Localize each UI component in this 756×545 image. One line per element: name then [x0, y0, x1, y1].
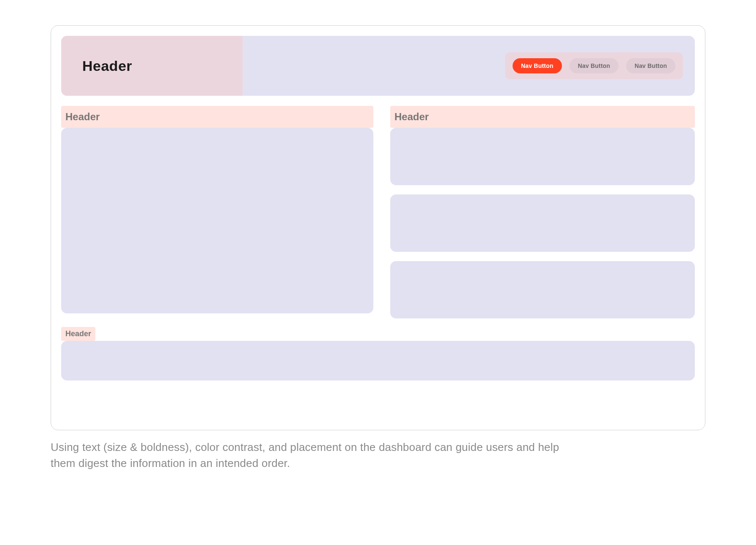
bottom-content-placeholder [61, 341, 695, 380]
left-column: Header [61, 106, 373, 318]
left-content-placeholder [61, 128, 373, 313]
bottom-section-header: Header [61, 327, 95, 341]
content-columns: Header Header [61, 106, 695, 318]
right-card-1 [390, 128, 695, 185]
main-header: Header [82, 58, 132, 74]
left-section-header: Header [61, 106, 373, 128]
right-card-stack [390, 128, 695, 318]
nav-button-1[interactable]: Nav Button [513, 58, 562, 73]
nav-button-group: Nav Button Nav Button Nav Button [505, 52, 683, 79]
right-section-header: Header [390, 106, 695, 128]
nav-button-2[interactable]: Nav Button [570, 58, 619, 73]
topbar-brand-area: Header [61, 36, 243, 96]
right-card-2 [390, 194, 695, 252]
topbar: Header Nav Button Nav Button Nav Button [61, 36, 695, 96]
topbar-nav-area: Nav Button Nav Button Nav Button [243, 52, 695, 79]
figure-caption: Using text (size & boldness), color cont… [51, 440, 565, 471]
right-card-3 [390, 261, 695, 318]
right-column: Header [390, 106, 695, 318]
bottom-section: Header [61, 327, 695, 380]
dashboard-frame: Header Nav Button Nav Button Nav Button … [51, 25, 705, 430]
nav-button-3[interactable]: Nav Button [626, 58, 675, 73]
